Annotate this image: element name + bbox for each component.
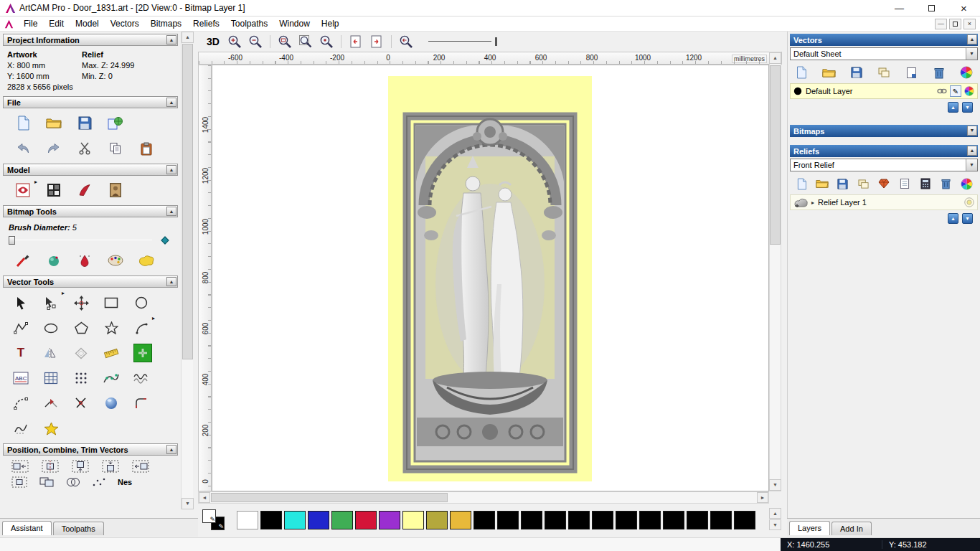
bitmap-canvas[interactable]	[212, 65, 769, 491]
menu-edit[interactable]: Edit	[43, 17, 70, 31]
relief-layer-name[interactable]: Relief Layer 1	[818, 198, 867, 207]
relief-select[interactable]: Front Relief ▼	[790, 159, 978, 171]
relief-layer-expand-caret[interactable]: ▸	[811, 199, 814, 206]
paint-color-indicator[interactable]	[161, 236, 169, 244]
redo-button[interactable]	[41, 138, 67, 159]
palette-swatch-20[interactable]	[710, 511, 732, 529]
snap-toggle-icon[interactable]	[937, 88, 947, 95]
align-right-tool[interactable]	[132, 460, 149, 473]
eraser-sponge-button[interactable]	[133, 250, 159, 271]
point-array-tool[interactable]	[67, 367, 95, 390]
mirror-vectors-tool[interactable]	[37, 342, 65, 364]
minimize-button[interactable]: —	[883, 0, 915, 16]
align-top-tool[interactable]	[72, 460, 89, 473]
collapse-bitmap-tools-button[interactable]: ▲	[166, 207, 176, 216]
palette-swatch-21[interactable]	[734, 511, 755, 529]
vertical-ruler[interactable]: 1400 1200 1000 800 600 400 200 0	[198, 65, 212, 491]
align-bottom-tool[interactable]	[102, 460, 119, 473]
palette-swatch-15[interactable]	[592, 511, 613, 529]
expand-bitmaps-button[interactable]: ▼	[967, 126, 977, 136]
vector-layer-colour-button[interactable]	[958, 65, 974, 80]
select-vectors-tool[interactable]	[7, 291, 34, 314]
current-colours-widget[interactable]: ✎ ✎	[201, 509, 232, 532]
cut-button[interactable]	[72, 138, 98, 159]
palette-swatch-5[interactable]	[355, 511, 377, 529]
canvas-scroll-up-button[interactable]: ▲	[769, 52, 781, 64]
tab-assistant[interactable]: Assistant	[2, 521, 52, 535]
edit-layer-button[interactable]: ✎	[950, 85, 961, 97]
collapse-file-button[interactable]: ▲	[166, 98, 176, 107]
greyscale-relief-button[interactable]	[72, 179, 98, 201]
create-text-tool[interactable]: T	[7, 342, 34, 364]
line-width-slider-handle[interactable]	[495, 37, 497, 46]
move-layer-up-button[interactable]: ▲	[948, 102, 958, 113]
zoom-window-button[interactable]	[276, 33, 293, 50]
save-relief-layer-button[interactable]	[835, 176, 851, 191]
canvas-vertical-scrollbar[interactable]: ▲ ▼	[769, 52, 781, 491]
collapse-reliefs-button[interactable]: ▲	[967, 146, 977, 156]
canvas-scroll-down-button[interactable]: ▼	[769, 479, 781, 491]
layer-colour-wheel-icon[interactable]	[964, 86, 974, 96]
import-model-button[interactable]	[103, 112, 128, 133]
palette-swatch-1[interactable]	[260, 511, 282, 529]
tab-addin[interactable]: Add In	[831, 522, 872, 535]
delete-vector-layer-button[interactable]	[931, 65, 947, 80]
trim-vectors-tool[interactable]	[67, 392, 95, 415]
offset-vectors-tool[interactable]	[67, 342, 95, 364]
wave-distort-tool[interactable]	[128, 367, 155, 390]
palette-swatch-16[interactable]	[616, 511, 637, 529]
palette-swatch-19[interactable]	[687, 511, 708, 529]
vector-layer-colour-dot[interactable]	[793, 87, 802, 95]
relief-select-dropdown-icon[interactable]: ▼	[966, 159, 977, 171]
adjust-model-button[interactable]	[41, 179, 67, 201]
fillet-tool[interactable]	[128, 392, 155, 415]
assistant-scrollbar[interactable]: ▲ ▼	[181, 32, 193, 509]
palette-swatch-7[interactable]	[402, 511, 424, 529]
menu-window[interactable]: Window	[273, 17, 316, 31]
collapse-model-button[interactable]: ▲	[166, 165, 176, 174]
palette-scroll-up-button[interactable]: ▲	[769, 508, 781, 519]
palette-scroll-down-button[interactable]: ▼	[769, 519, 781, 530]
create-polygon-tool[interactable]	[67, 316, 95, 339]
flood-fill-button[interactable]	[41, 250, 67, 271]
menu-bitmaps[interactable]: Bitmaps	[145, 17, 187, 31]
zoom-previous-button[interactable]	[397, 33, 415, 50]
combine-vectors-tool[interactable]	[39, 476, 55, 488]
set-model-size-button[interactable]: ▸	[10, 179, 36, 201]
palette-swatch-8[interactable]	[426, 511, 448, 529]
paste-along-curve-tool[interactable]	[98, 367, 125, 390]
primary-colour-swatch[interactable]: ✎	[202, 509, 216, 523]
relief-calculator-button[interactable]	[918, 176, 933, 191]
spray-paint-button[interactable]	[72, 250, 98, 271]
menu-model[interactable]: Model	[70, 17, 105, 31]
vector-sheet-select[interactable]: Default Sheet ▼	[790, 47, 978, 60]
tab-layers[interactable]: Layers	[789, 521, 830, 535]
delete-relief-layer-button[interactable]	[938, 176, 953, 191]
merge-vector-layers-button[interactable]	[876, 65, 892, 80]
new-vector-layer-button[interactable]	[793, 65, 809, 80]
create-polyline-tool[interactable]	[7, 316, 34, 339]
mdi-close-button[interactable]: ×	[963, 19, 976, 29]
fit-arc-tool[interactable]	[7, 392, 34, 415]
nesting-tool[interactable]: Nes	[118, 478, 132, 486]
undo-button[interactable]	[10, 138, 36, 159]
wrap-star-tool[interactable]	[37, 417, 65, 440]
palette-swatch-9[interactable]	[450, 511, 471, 529]
duplicate-relief-layer-button[interactable]	[897, 176, 913, 191]
open-vector-layer-button[interactable]	[821, 65, 837, 80]
vector-doctor-tool[interactable]	[98, 392, 125, 415]
next-view-button[interactable]	[368, 33, 385, 50]
colour-palette-button[interactable]	[103, 250, 128, 271]
palette-swatch-0[interactable]	[237, 511, 258, 529]
vector-layer-name[interactable]: Default Layer	[806, 87, 852, 95]
canvas-scroll-left-button[interactable]: ◄	[199, 492, 210, 503]
zoom-fit-button[interactable]	[297, 33, 314, 50]
create-star-tool[interactable]	[98, 316, 125, 339]
weld-vectors-tool[interactable]	[66, 476, 80, 488]
load-relief-image-button[interactable]	[103, 179, 128, 201]
zoom-in-button[interactable]	[226, 33, 243, 50]
previous-view-button[interactable]	[347, 33, 364, 50]
new-relief-layer-button[interactable]	[793, 176, 809, 191]
vector-grid-tool[interactable]	[37, 367, 65, 390]
create-rectangle-tool[interactable]	[98, 291, 125, 314]
